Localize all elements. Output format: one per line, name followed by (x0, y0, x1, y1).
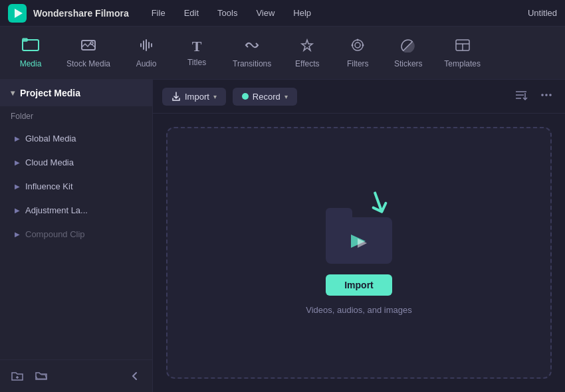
new-folder-button[interactable] (8, 367, 27, 385)
dropzone-import-button[interactable]: Import (326, 274, 392, 296)
svg-point-8 (355, 43, 360, 48)
import-dropdown-arrow: ▾ (213, 93, 217, 100)
tab-audio-label: Audio (136, 59, 157, 68)
sidebar-scroll[interactable]: Folder ▶ Global Media ▶ Cloud Media ▶ In… (0, 106, 152, 359)
record-dropdown-arrow: ▾ (284, 93, 288, 100)
open-folder-button[interactable] (32, 367, 51, 385)
record-dot-icon (242, 93, 249, 100)
tab-stickers[interactable]: Stickers (384, 33, 432, 74)
effects-icon (298, 38, 316, 55)
more-options-button[interactable] (537, 86, 556, 106)
menu-edit[interactable]: Edit (181, 7, 201, 19)
sidebar-item-influence-kit[interactable]: ▶ Influence Kit (4, 175, 148, 198)
svg-point-5 (90, 42, 93, 45)
tab-effects[interactable]: Effects (283, 33, 331, 74)
media-icon (22, 38, 39, 55)
tab-transitions[interactable]: Transitions (223, 33, 281, 74)
titles-icon: T (192, 39, 202, 54)
svg-point-7 (352, 40, 363, 50)
titlebar: Wondershare Filmora File Edit Tools View… (0, 0, 565, 27)
filter-sort-button[interactable] (512, 86, 530, 106)
folder-tab (326, 208, 352, 217)
svg-point-21 (541, 94, 544, 96)
tab-media-label: Media (20, 59, 42, 68)
svg-point-22 (545, 94, 548, 96)
dropzone-illustration (319, 191, 399, 264)
menu-tools[interactable]: Tools (215, 7, 240, 19)
sidebar-item-compound-clip[interactable]: ▶ Compound Clip (4, 223, 148, 246)
content-toolbar-right (512, 86, 556, 106)
app-name: Wondershare Filmora (33, 8, 129, 19)
sidebar-footer (0, 359, 152, 392)
main-area: ▾ Project Media Folder ▶ Global Media ▶ … (0, 80, 565, 392)
svg-point-23 (549, 94, 552, 96)
import-label: Import (185, 92, 209, 102)
content-area: Import ▾ Record ▾ (153, 80, 565, 392)
sidebar-header: ▾ Project Media (0, 80, 152, 106)
tab-stickers-label: Stickers (394, 59, 423, 68)
dropzone-hint: Videos, audios, and images (306, 305, 411, 315)
stickers-icon (399, 38, 417, 55)
menu-view[interactable]: View (253, 7, 277, 19)
sidebar-item-label: Cloud Media (25, 157, 74, 167)
import-button[interactable]: Import ▾ (162, 88, 226, 106)
dropzone: Import Videos, audios, and images (166, 127, 552, 379)
tab-effects-label: Effects (295, 59, 319, 68)
sidebar-item-label: Adjustment La... (25, 205, 88, 215)
tab-filters[interactable]: Filters (334, 33, 382, 74)
tab-stock-media-label: Stock Media (66, 59, 110, 68)
svg-point-10 (362, 44, 364, 46)
sidebar-item-global-media[interactable]: ▶ Global Media (4, 127, 148, 150)
tab-titles-label: Titles (187, 58, 206, 67)
tab-media[interactable]: Media (7, 33, 55, 74)
chevron-right-icon: ▶ (15, 183, 20, 190)
chevron-right-icon: ▶ (15, 159, 20, 166)
tab-audio[interactable]: Audio (122, 33, 170, 74)
project-name: Untitled (528, 8, 557, 18)
record-button[interactable]: Record ▾ (233, 88, 297, 106)
sidebar-item-label: Global Media (25, 134, 76, 144)
tab-stock-media[interactable]: Stock Media (57, 33, 120, 74)
menu-file[interactable]: File (149, 7, 168, 19)
sidebar-item-label: Influence Kit (25, 181, 73, 191)
audio-icon (139, 38, 154, 55)
menu-help[interactable]: Help (290, 7, 314, 19)
chevron-right-icon: ▶ (15, 207, 20, 214)
toolbar: Media Stock Media Audio T Titles (0, 27, 565, 80)
sidebar-collapse-chevron[interactable]: ▾ (11, 88, 15, 98)
sidebar-folder-section: Folder (0, 106, 152, 126)
chevron-right-icon: ▶ (15, 135, 20, 142)
sidebar-item-cloud-media[interactable]: ▶ Cloud Media (4, 151, 148, 174)
sidebar-header-label: Project Media (20, 88, 80, 98)
content-toolbar: Import ▾ Record ▾ (153, 80, 565, 114)
sidebar-item-adjustment-layer[interactable]: ▶ Adjustment La... (4, 199, 148, 222)
filters-icon (349, 38, 366, 55)
tab-filters-label: Filters (347, 59, 369, 68)
svg-point-9 (357, 39, 359, 41)
tab-templates-label: Templates (444, 59, 481, 68)
tab-templates[interactable]: Templates (435, 33, 490, 74)
tab-titles[interactable]: T Titles (173, 34, 221, 72)
chevron-right-icon: ▶ (15, 231, 20, 238)
menu-bar: File Edit Tools View Help (149, 7, 521, 19)
svg-point-11 (352, 44, 354, 46)
sidebar-item-label: Compound Clip (25, 229, 85, 239)
app-logo (8, 4, 27, 23)
sidebar-collapse-button[interactable] (126, 367, 144, 385)
svg-marker-6 (302, 40, 312, 50)
stock-media-icon (80, 38, 96, 55)
sidebar: ▾ Project Media Folder ▶ Global Media ▶ … (0, 80, 153, 392)
tab-transitions-label: Transitions (233, 59, 271, 68)
record-label: Record (253, 92, 281, 102)
templates-icon (454, 38, 471, 55)
transitions-icon (243, 38, 261, 55)
